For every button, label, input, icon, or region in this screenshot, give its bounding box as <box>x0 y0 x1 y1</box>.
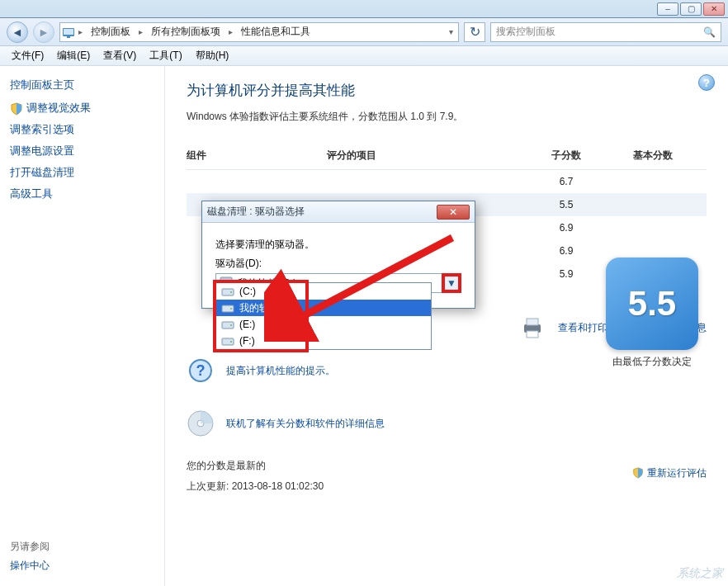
col-subscore: 子分数 <box>533 149 599 163</box>
chevron-down-icon[interactable]: ▾ <box>447 27 458 36</box>
dropdown-button[interactable]: ▼ <box>442 273 461 293</box>
last-updated: 上次更新: 2013-08-18 01:02:30 <box>187 480 324 494</box>
search-input[interactable]: 搜索控制面板 🔍 <box>490 22 721 42</box>
svg-point-14 <box>230 291 232 293</box>
drive-option-f[interactable]: (F:) <box>216 333 431 349</box>
sidebar-see-also: 另请参阅 操作中心 <box>10 540 50 573</box>
dialog-prompt: 选择要清理的驱动器。 <box>215 238 461 252</box>
breadcrumb-seg-1[interactable]: 所有控制面板项 <box>144 23 227 41</box>
watermark: 系统之家 <box>677 566 723 581</box>
disk-cleanup-dialog: 磁盘清理 : 驱动器选择 ✕ 选择要清理的驱动器。 驱动器(D): 我的软件 (… <box>201 201 475 309</box>
dialog-title: 磁盘清理 : 驱动器选择 <box>207 205 305 219</box>
svg-rect-11 <box>220 277 232 281</box>
drive-option-d[interactable]: 我的软件 (D:) <box>216 300 431 316</box>
refresh-button[interactable]: ↻ <box>464 22 485 42</box>
rerun-assessment-link[interactable]: 重新运行评估 <box>632 466 707 480</box>
drive-option-label: (F:) <box>239 335 255 347</box>
drive-option-label: 我的软件 (D:) <box>239 301 298 315</box>
score-row: 6.7 <box>187 170 707 193</box>
control-panel-icon <box>60 26 77 39</box>
base-score-badge: 5.5 <box>606 258 698 350</box>
last-updated-label: 上次更新: <box>187 480 229 492</box>
last-updated-value: 2013-08-18 01:02:30 <box>232 480 324 492</box>
link-learn-online[interactable]: 联机了解有关分数和软件的详细信息 <box>226 417 385 431</box>
col-rated: 评分的项目 <box>327 149 533 163</box>
page-description: Windows 体验指数评估主要系统组件，分数范围从 1.0 到 7.9。 <box>187 110 707 124</box>
dialog-close-button[interactable]: ✕ <box>437 205 470 220</box>
subscore-value: 6.7 <box>533 176 599 187</box>
menu-view[interactable]: 查看(V) <box>97 46 143 65</box>
svg-rect-1 <box>64 29 73 35</box>
link-online-row: 联机了解有关分数和软件的详细信息 <box>187 409 707 437</box>
svg-rect-2 <box>67 36 70 38</box>
chevron-right-icon: ▸ <box>227 27 234 36</box>
chevron-right-icon: ▸ <box>137 27 144 36</box>
subscore-value: 5.9 <box>533 268 599 280</box>
drive-option-e[interactable]: (E:) <box>216 316 431 333</box>
sidebar: 控制面板主页 调整视觉效果 调整索引选项 调整电源设置 打开磁盘清理 高级工具 … <box>0 66 165 586</box>
col-basescore: 基本分数 <box>599 149 707 163</box>
see-also-header: 另请参阅 <box>10 540 50 554</box>
search-placeholder: 搜索控制面板 <box>496 25 555 39</box>
sidebar-home-link[interactable]: 控制面板主页 <box>10 78 154 92</box>
disc-icon <box>187 409 215 437</box>
sidebar-link-indexing[interactable]: 调整索引选项 <box>10 122 154 137</box>
svg-rect-4 <box>527 319 538 325</box>
printer-icon <box>518 314 546 342</box>
shield-icon <box>632 467 644 479</box>
footer-bar: 您的分数是最新的 上次更新: 2013-08-18 01:02:30 重新运行评… <box>187 452 707 494</box>
sidebar-link-power[interactable]: 调整电源设置 <box>10 144 154 158</box>
subscore-value: 6.9 <box>533 222 599 234</box>
menu-edit[interactable]: 编辑(E) <box>50 46 97 65</box>
score-latest-note: 您的分数是最新的 <box>187 459 324 473</box>
svg-point-18 <box>230 324 232 326</box>
svg-text:?: ? <box>196 362 206 379</box>
dialog-titlebar[interactable]: 磁盘清理 : 驱动器选择 ✕ <box>202 201 475 223</box>
address-bar-row: ◄ ► ▸ 控制面板 ▸ 所有控制面板项 ▸ 性能信息和工具 ▾ ↻ 搜索控制面… <box>0 18 728 46</box>
breadcrumb-seg-0[interactable]: 控制面板 <box>84 23 137 41</box>
maximize-button[interactable]: ▢ <box>680 2 702 16</box>
svg-point-20 <box>230 341 232 343</box>
see-also-action-center[interactable]: 操作中心 <box>10 559 50 573</box>
sidebar-link-advanced-tools[interactable]: 高级工具 <box>10 187 154 201</box>
dialog-body: 选择要清理的驱动器。 驱动器(D): 我的软件 (D:) ▼ (C:) 我的软件… <box>202 223 475 308</box>
help-icon: ? <box>187 357 215 385</box>
breadcrumb-seg-2[interactable]: 性能信息和工具 <box>234 23 317 41</box>
rerun-label: 重新运行评估 <box>647 466 707 480</box>
svg-rect-5 <box>527 331 538 338</box>
link-performance-tips[interactable]: 提高计算机性能的提示。 <box>226 364 335 378</box>
forward-button[interactable]: ► <box>33 21 54 43</box>
sidebar-link-disk-cleanup[interactable]: 打开磁盘清理 <box>10 165 154 180</box>
col-component: 组件 <box>187 149 327 163</box>
score-header-row: 组件 评分的项目 子分数 基本分数 <box>187 142 707 170</box>
sidebar-link-label: 调整视觉效果 <box>26 102 91 114</box>
back-button[interactable]: ◄ <box>7 21 28 43</box>
drive-option-label: (E:) <box>239 319 255 330</box>
subscore-value: 5.5 <box>533 199 599 210</box>
menu-bar: 文件(F) 编辑(E) 查看(V) 工具(T) 帮助(H) <box>0 46 728 66</box>
drive-option-label: (C:) <box>239 286 256 297</box>
close-button[interactable]: ✕ <box>703 2 725 16</box>
base-score-label: 由最低子分数决定 <box>601 355 703 369</box>
svg-point-16 <box>230 308 232 310</box>
drive-dropdown: (C:) 我的软件 (D:) (E:) (F:) <box>215 282 432 350</box>
menu-file[interactable]: 文件(F) <box>5 46 50 65</box>
search-icon: 🔍 <box>703 26 716 38</box>
breadcrumb[interactable]: ▸ 控制面板 ▸ 所有控制面板项 ▸ 性能信息和工具 ▾ <box>59 22 459 42</box>
sidebar-link-visual-effects[interactable]: 调整视觉效果 <box>10 101 154 116</box>
window-titlebar: – ▢ ✕ <box>0 0 728 18</box>
subscore-value: 6.9 <box>533 245 599 257</box>
chevron-right-icon: ▸ <box>77 27 84 36</box>
drive-field-label: 驱动器(D): <box>215 257 461 271</box>
minimize-button[interactable]: – <box>657 2 678 16</box>
drive-option-c[interactable]: (C:) <box>216 283 431 300</box>
menu-help[interactable]: 帮助(H) <box>189 46 236 65</box>
page-title: 为计算机评分并提高其性能 <box>187 81 707 100</box>
shield-icon <box>10 102 23 116</box>
menu-tools[interactable]: 工具(T) <box>143 46 188 65</box>
help-button[interactable]: ? <box>698 74 715 91</box>
